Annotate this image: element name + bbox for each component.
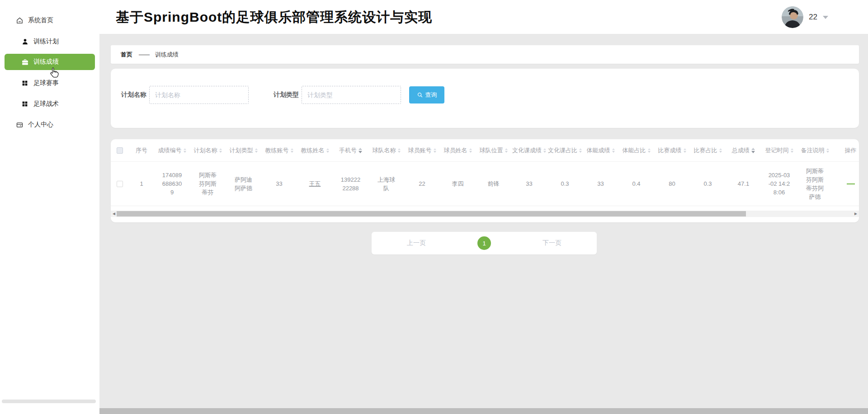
avatar[interactable] bbox=[782, 6, 803, 28]
column-header[interactable]: 成绩编号 bbox=[154, 146, 190, 155]
plan-type-input[interactable] bbox=[302, 86, 401, 104]
column-header[interactable]: 计划类型 bbox=[226, 146, 261, 155]
plan-name-input[interactable] bbox=[149, 86, 249, 104]
cell-register-time: 2025-03-02 14:28:06 bbox=[761, 162, 797, 206]
sort-caret-icon bbox=[398, 148, 401, 153]
breadcrumb-separator: —— bbox=[139, 51, 149, 58]
grid-icon bbox=[21, 100, 29, 108]
briefcase-icon bbox=[21, 58, 29, 66]
column-header[interactable]: 教练姓名 bbox=[297, 146, 333, 155]
breadcrumb-home[interactable]: 首页 bbox=[121, 51, 132, 59]
cell-coach-account: 33 bbox=[261, 162, 297, 206]
sidebar-item-personal-center[interactable]: 个人中心 bbox=[0, 117, 99, 133]
sidebar-item-label: 足球战术 bbox=[33, 100, 59, 108]
sidebar-item-label: 足球赛事 bbox=[33, 79, 59, 87]
column-header[interactable]: 比赛占比 bbox=[690, 146, 726, 155]
sidebar-item-football-tactics[interactable]: 足球战术 bbox=[0, 96, 99, 112]
sort-caret-icon bbox=[505, 148, 508, 153]
scroll-right-icon[interactable]: ► bbox=[854, 212, 858, 216]
row-checkbox[interactable] bbox=[117, 181, 123, 187]
cell-team-position: 前锋 bbox=[476, 162, 511, 206]
column-header[interactable]: 教练账号 bbox=[261, 146, 297, 155]
user-menu[interactable]: 22 bbox=[782, 6, 828, 28]
scroll-left-icon[interactable]: ◄ bbox=[112, 212, 116, 216]
breadcrumb-current: 训练成绩 bbox=[155, 51, 179, 59]
app-window: 系统首页 训练计划 训练成绩 足球赛事 足球战术 bbox=[0, 0, 868, 414]
table-row: 1 1740896886309 阿斯蒂芬阿斯蒂芬 萨阿迪阿萨德 33 王五 13… bbox=[111, 162, 859, 206]
column-header[interactable]: 比赛成绩 bbox=[654, 146, 690, 155]
cell-plan-name: 阿斯蒂芬阿斯蒂芬 bbox=[190, 162, 226, 206]
pagination: 上一页 1 下一页 bbox=[372, 232, 597, 254]
cell-plan-type: 萨阿迪阿萨德 bbox=[226, 162, 261, 206]
page-number-button[interactable]: 1 bbox=[477, 236, 491, 250]
breadcrumb: 首页 —— 训练成绩 bbox=[111, 45, 859, 64]
sort-caret-icon bbox=[219, 148, 222, 153]
sidebar-item-label: 训练计划 bbox=[33, 38, 59, 46]
column-header[interactable]: 球队位置 bbox=[476, 146, 511, 155]
user-icon bbox=[21, 38, 29, 46]
scrollbar-thumb[interactable] bbox=[117, 211, 746, 216]
sort-caret-icon bbox=[579, 148, 582, 153]
table-header-row: 序号 成绩编号 计划名称 计划类型 教练账号 教练姓名 手机号 球队名称 球员账… bbox=[111, 139, 859, 162]
sidebar-item-football-events[interactable]: 足球赛事 bbox=[0, 75, 99, 91]
sidebar-item-system-home[interactable]: 系统首页 bbox=[0, 12, 99, 28]
column-header[interactable]: 体能占比 bbox=[618, 146, 654, 155]
column-header[interactable]: 体能成绩 bbox=[583, 146, 618, 155]
column-header[interactable]: 总成绩 bbox=[726, 146, 761, 155]
bottom-scroll-strip[interactable] bbox=[99, 408, 868, 414]
sort-caret-icon bbox=[326, 148, 329, 153]
cell-player-account: 22 bbox=[404, 162, 440, 206]
cell-fitness-ratio: 0.4 bbox=[618, 162, 654, 206]
sort-caret-icon bbox=[184, 148, 186, 153]
sort-caret-icon bbox=[543, 148, 546, 153]
cell-match-ratio: 0.3 bbox=[690, 162, 726, 206]
column-header[interactable]: 备注说明 bbox=[797, 146, 833, 155]
table-horizontal-scrollbar[interactable]: ◄ ► bbox=[111, 211, 859, 217]
cell-match-score: 80 bbox=[654, 162, 690, 206]
cell-team-name: 上海球队 bbox=[368, 162, 404, 206]
sidebar-item-training-plan[interactable]: 训练计划 bbox=[0, 33, 99, 50]
row-action-button[interactable] bbox=[847, 183, 855, 184]
column-header[interactable]: 球员账号 bbox=[404, 146, 440, 155]
column-header[interactable]: 手机号 bbox=[333, 146, 368, 155]
cell-fitness-score: 33 bbox=[583, 162, 618, 206]
query-button[interactable]: 查询 bbox=[409, 86, 444, 104]
chevron-down-icon bbox=[823, 16, 828, 19]
sidebar: 系统首页 训练计划 训练成绩 足球赛事 足球战术 bbox=[0, 0, 99, 414]
next-page-button[interactable]: 下一页 bbox=[542, 239, 561, 247]
cell-culture-score: 33 bbox=[511, 162, 547, 206]
column-header[interactable]: 计划名称 bbox=[190, 146, 226, 155]
sort-caret-icon bbox=[291, 148, 293, 153]
sort-caret-icon bbox=[751, 148, 755, 153]
cell-player-name: 李四 bbox=[440, 162, 476, 206]
sort-caret-icon bbox=[255, 148, 258, 153]
column-header[interactable]: 登记时间 bbox=[761, 146, 797, 155]
home-icon bbox=[15, 16, 24, 24]
sort-caret-icon bbox=[648, 148, 651, 153]
sidebar-item-training-score[interactable]: 训练成绩 bbox=[5, 54, 95, 70]
sidebar-scrollbar[interactable] bbox=[2, 400, 96, 403]
column-header[interactable]: 球员姓名 bbox=[440, 146, 476, 155]
prev-page-button[interactable]: 上一页 bbox=[407, 239, 426, 247]
column-header[interactable]: 文化课成绩 bbox=[511, 146, 547, 155]
sidebar-item-label: 系统首页 bbox=[28, 16, 53, 24]
cell-score-id: 1740896886309 bbox=[154, 162, 190, 206]
cell-culture-ratio: 0.3 bbox=[547, 162, 583, 206]
cell-coach-name-link[interactable]: 王五 bbox=[297, 162, 333, 206]
results-table: 序号 成绩编号 计划名称 计划类型 教练账号 教练姓名 手机号 球队名称 球员账… bbox=[111, 139, 859, 222]
sidebar-item-label: 训练成绩 bbox=[33, 58, 59, 66]
sort-caret-icon bbox=[791, 148, 793, 153]
sort-caret-icon bbox=[826, 148, 829, 153]
main-area: 基于SpringBoot的足球俱乐部管理系统设计与实现 22 首页 —— 训练成… bbox=[99, 0, 868, 414]
cell-total-score: 47.1 bbox=[726, 162, 761, 206]
column-header[interactable]: 操作 bbox=[833, 146, 859, 155]
select-all-checkbox[interactable] bbox=[117, 147, 123, 154]
sort-caret-icon bbox=[359, 148, 362, 153]
cell-phone: 13922222288 bbox=[333, 162, 368, 206]
search-icon bbox=[417, 92, 423, 98]
column-header[interactable]: 文化课占比 bbox=[547, 146, 583, 155]
cell-action bbox=[833, 162, 859, 206]
sort-caret-icon bbox=[684, 148, 686, 153]
column-header[interactable]: 球队名称 bbox=[368, 146, 404, 155]
cell-index: 1 bbox=[129, 162, 154, 206]
